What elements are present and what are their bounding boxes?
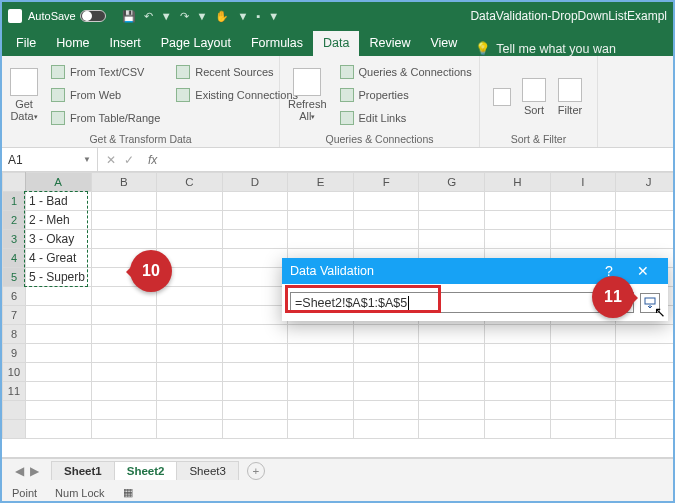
dialog-range-input[interactable]: =Sheet2!$A$1:$A$5 bbox=[290, 292, 634, 313]
save-icon[interactable]: 💾 bbox=[122, 10, 136, 23]
prev-sheet-icon[interactable]: ◀ bbox=[15, 464, 24, 478]
from-table-range-button[interactable]: From Table/Range bbox=[48, 108, 163, 128]
col-header-F[interactable]: F bbox=[353, 173, 419, 192]
get-data-button[interactable]: GetData▾ bbox=[10, 59, 38, 131]
tab-data[interactable]: Data bbox=[313, 31, 359, 56]
name-box-dropdown-icon[interactable]: ▼ bbox=[83, 155, 91, 164]
excel-icon bbox=[8, 9, 22, 23]
tab-insert[interactable]: Insert bbox=[100, 31, 151, 56]
ribbon: GetData▾ From Text/CSV From Web From Tab… bbox=[2, 56, 673, 148]
autosave-label: AutoSave bbox=[28, 10, 76, 22]
get-data-label: GetData▾ bbox=[10, 98, 37, 122]
filter-button[interactable]: Filter bbox=[552, 78, 588, 116]
col-header-E[interactable]: E bbox=[288, 173, 354, 192]
sort-az-button[interactable] bbox=[488, 88, 516, 106]
refresh-all-button[interactable]: RefreshAll▾ bbox=[288, 59, 327, 131]
select-all-corner[interactable] bbox=[3, 173, 26, 192]
text-csv-icon bbox=[51, 65, 65, 79]
col-header-H[interactable]: H bbox=[485, 173, 551, 192]
get-data-icon bbox=[10, 68, 38, 96]
autosave-toggle[interactable]: AutoSave bbox=[28, 10, 106, 22]
edit-links-button[interactable]: Edit Links bbox=[337, 108, 475, 128]
filter-icon bbox=[558, 78, 582, 102]
web-icon bbox=[51, 88, 65, 102]
enter-icon[interactable]: ✓ bbox=[124, 153, 134, 167]
queries-connections-button[interactable]: Queries & Connections bbox=[337, 62, 475, 82]
sheet-tab-3[interactable]: Sheet3 bbox=[176, 461, 238, 480]
dialog-range-value: =Sheet2!$A$1:$A$5 bbox=[295, 296, 407, 310]
row-header-2[interactable]: 2 bbox=[3, 211, 26, 230]
sheet-tab-1[interactable]: Sheet1 bbox=[51, 461, 115, 480]
col-header-D[interactable]: D bbox=[222, 173, 288, 192]
annotation-callout-10: 10 bbox=[130, 250, 172, 292]
tab-file[interactable]: File bbox=[6, 31, 46, 56]
cell-A5[interactable]: 5 - Superb bbox=[25, 268, 91, 287]
refresh-icon bbox=[293, 68, 321, 96]
annotation-callout-11: 11 bbox=[592, 276, 634, 318]
tab-review[interactable]: Review bbox=[359, 31, 420, 56]
new-sheet-button[interactable]: + bbox=[247, 462, 265, 480]
group-sort-filter-label: Sort & Filter bbox=[488, 131, 589, 145]
quick-access-toolbar: 💾 ↶▼ ↷▼ ✋▼ ▪▼ bbox=[122, 10, 279, 23]
row-header-1[interactable]: 1 bbox=[3, 192, 26, 211]
tab-view[interactable]: View bbox=[420, 31, 467, 56]
formula-bar-buttons: ✕ ✓ fx bbox=[98, 153, 165, 167]
row-header-6[interactable]: 6 bbox=[3, 287, 26, 306]
connections-icon bbox=[176, 88, 190, 102]
col-header-G[interactable]: G bbox=[419, 173, 485, 192]
status-numlock: Num Lock bbox=[55, 487, 105, 499]
tab-home[interactable]: Home bbox=[46, 31, 99, 56]
customize-qat-icon[interactable]: ▪ bbox=[256, 10, 260, 22]
row-header-11[interactable]: 11 bbox=[3, 382, 26, 401]
from-web-button[interactable]: From Web bbox=[48, 85, 163, 105]
touch-mode-icon[interactable]: ✋ bbox=[215, 10, 229, 23]
title-bar: AutoSave 💾 ↶▼ ↷▼ ✋▼ ▪▼ DataValidation-Dr… bbox=[2, 2, 673, 30]
sheet-tab-2[interactable]: Sheet2 bbox=[114, 461, 178, 480]
ribbon-tabs: File Home Insert Page Layout Formulas Da… bbox=[2, 30, 673, 56]
group-queries-label: Queries & Connections bbox=[288, 131, 471, 145]
dialog-close-button[interactable]: ✕ bbox=[626, 263, 660, 279]
row-header-3[interactable]: 3 bbox=[3, 230, 26, 249]
fx-icon[interactable]: fx bbox=[142, 153, 157, 167]
row-header-7[interactable]: 7 bbox=[3, 306, 26, 325]
next-sheet-icon[interactable]: ▶ bbox=[30, 464, 39, 478]
redo-icon[interactable]: ↷ bbox=[180, 10, 189, 23]
table-icon bbox=[51, 111, 65, 125]
links-icon bbox=[340, 111, 354, 125]
row-header-10[interactable]: 10 bbox=[3, 363, 26, 382]
row-header-8[interactable]: 8 bbox=[3, 325, 26, 344]
recent-icon bbox=[176, 65, 190, 79]
az-icon bbox=[493, 88, 511, 106]
group-get-transform-label: Get & Transform Data bbox=[10, 131, 271, 145]
document-title: DataValidation-DropDownListExampl bbox=[470, 9, 667, 23]
cancel-icon[interactable]: ✕ bbox=[106, 153, 116, 167]
lightbulb-icon: 💡 bbox=[475, 41, 491, 56]
sheet-tab-bar: ◀ ▶ Sheet1 Sheet2 Sheet3 + bbox=[2, 458, 673, 482]
macro-record-icon[interactable]: ▦ bbox=[123, 486, 133, 499]
col-header-B[interactable]: B bbox=[91, 173, 157, 192]
sort-button[interactable]: Sort bbox=[516, 78, 552, 116]
row-header-9[interactable]: 9 bbox=[3, 344, 26, 363]
col-header-I[interactable]: I bbox=[550, 173, 616, 192]
properties-button[interactable]: Properties bbox=[337, 85, 475, 105]
cell-A2[interactable]: 2 - Meh bbox=[25, 211, 91, 230]
row-header-5[interactable]: 5 bbox=[3, 268, 26, 287]
cell-A3[interactable]: 3 - Okay bbox=[25, 230, 91, 249]
tab-formulas[interactable]: Formulas bbox=[241, 31, 313, 56]
refresh-all-label: RefreshAll▾ bbox=[288, 98, 327, 122]
queries-icon bbox=[340, 65, 354, 79]
tell-me-label: Tell me what you wan bbox=[496, 42, 616, 56]
dialog-title: Data Validation bbox=[290, 264, 374, 278]
col-header-C[interactable]: C bbox=[157, 173, 223, 192]
cell-A1[interactable]: 1 - Bad bbox=[25, 192, 91, 211]
tab-page-layout[interactable]: Page Layout bbox=[151, 31, 241, 56]
name-box[interactable]: A1 ▼ bbox=[2, 148, 98, 171]
tell-me[interactable]: 💡 Tell me what you wan bbox=[475, 41, 616, 56]
row-header-4[interactable]: 4 bbox=[3, 249, 26, 268]
undo-icon[interactable]: ↶ bbox=[144, 10, 153, 23]
col-header-A[interactable]: A bbox=[25, 173, 91, 192]
from-text-csv-button[interactable]: From Text/CSV bbox=[48, 62, 163, 82]
status-mode: Point bbox=[12, 487, 37, 499]
col-header-J[interactable]: J bbox=[616, 173, 673, 192]
cell-A4[interactable]: 4 - Great bbox=[25, 249, 91, 268]
